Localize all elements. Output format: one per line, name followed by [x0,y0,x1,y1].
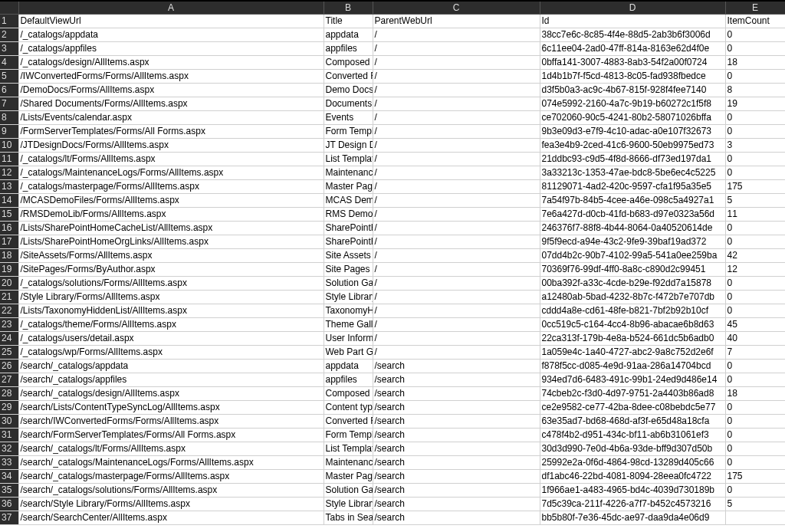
cell[interactable]: 18 [725,386,785,400]
cell[interactable]: appdata [324,359,373,373]
cell[interactable]: 0 [725,221,785,235]
cell[interactable]: /_catalogs/masterpage/Forms/AllItems.asp… [18,179,324,193]
cell[interactable]: 1f966ae1-a483-4965-bd4c-4039d730189b [540,483,725,497]
cell[interactable]: 63e35ad7-bd68-468d-af3f-e65d48a18cfa [540,414,725,428]
cell[interactable]: /search [373,442,540,455]
cell[interactable]: /Style Library/Forms/AllItems.aspx [18,290,324,304]
cell[interactable]: 0 [725,400,785,414]
row-header[interactable]: 34 [0,469,18,483]
cell[interactable]: bb5b80f-7e36-45dc-ae97-daa9da4e06d9 [540,511,725,524]
row-header[interactable]: 22 [0,304,18,317]
cell[interactable]: 3a33213c-1353-47ae-bdc8-5be6ec4c5225 [540,166,725,179]
cell[interactable]: Content type [324,400,373,414]
row-header[interactable]: 7 [0,97,18,110]
cell[interactable]: 8 [725,83,785,97]
cell[interactable]: Style Library [324,290,373,304]
cell[interactable]: /search/_catalogs/appdata [18,359,324,373]
cell[interactable]: DefaultViewUrl [18,14,324,28]
row-header[interactable]: 1 [0,14,18,28]
cell[interactable]: / [373,345,540,359]
cell[interactable]: / [373,41,540,55]
cell[interactable]: /SitePages/Forms/ByAuthor.aspx [18,262,324,276]
cell[interactable]: 74cbeb2c-f3d0-4d97-9751-2a4403b86ad8 [540,386,725,400]
cell[interactable]: /search/_catalogs/masterpage/Forms/AllIt… [18,469,324,483]
row-header[interactable]: 26 [0,359,18,373]
cell[interactable]: 0 [725,28,785,41]
cell[interactable]: Converted Fo [324,69,373,83]
cell[interactable]: 0bffa141-3007-4883-8ab3-54f2a00f0724 [540,55,725,69]
row-header[interactable]: 25 [0,345,18,359]
cell[interactable]: 0 [725,276,785,290]
cell[interactable]: /search/_catalogs/solutions/Forms/AllIte… [18,483,324,497]
cell[interactable]: /search [373,359,540,373]
col-header-B[interactable]: B [324,2,373,14]
cell[interactable]: 5 [725,497,785,511]
cell[interactable]: / [373,221,540,235]
cell[interactable]: /_catalogs/MaintenanceLogs/Forms/AllItem… [18,166,324,179]
col-header-A[interactable]: A [18,2,324,14]
cell[interactable]: TaxonomyHi [324,304,373,317]
cell[interactable]: 0 [725,359,785,373]
cell[interactable]: Converted Fo [324,414,373,428]
cell[interactable]: / [373,290,540,304]
cell[interactable]: / [373,304,540,317]
cell[interactable]: 0 [725,41,785,55]
cell[interactable]: 0 [725,428,785,442]
cell[interactable]: /FormServerTemplates/Forms/All Forms.asp… [18,124,324,138]
cell[interactable]: / [373,166,540,179]
cell[interactable]: 07dd4b2c-90b7-4102-99a5-541a0ee259ba [540,248,725,262]
cell[interactable]: / [373,28,540,41]
cell[interactable]: 11 [725,207,785,221]
row-header[interactable]: 5 [0,69,18,83]
cell[interactable]: /IWConvertedForms/Forms/AllItems.aspx [18,69,324,83]
cell[interactable]: 7e6a427d-d0cb-41fd-b683-d97e0323a56d [540,207,725,221]
row-header[interactable]: 16 [0,221,18,235]
cell[interactable]: /_catalogs/wp/Forms/AllItems.aspx [18,345,324,359]
row-header[interactable]: 37 [0,511,18,524]
cell[interactable]: Composed Lo [324,386,373,400]
cell[interactable]: ItemCount [725,14,785,28]
row-header[interactable]: 18 [0,248,18,262]
cell[interactable]: /search [373,455,540,469]
cell[interactable]: Maintenance [324,455,373,469]
cell[interactable]: appfiles [324,41,373,55]
cell[interactable]: List Template [324,152,373,166]
cell[interactable]: 246376f7-88f8-4b44-8064-0a40520614de [540,221,725,235]
cell[interactable]: / [373,276,540,290]
row-header[interactable]: 6 [0,83,18,97]
cell[interactable]: 0 [725,124,785,138]
cell[interactable]: 0 [725,110,785,124]
cell[interactable]: /search/Style Library/Forms/AllItems.asp… [18,497,324,511]
cell[interactable]: /search/IWConvertedForms/Forms/AllItems.… [18,414,324,428]
cell[interactable]: / [373,179,540,193]
cell[interactable]: df1abc46-22bd-4081-8094-28eea0fc4722 [540,469,725,483]
cell[interactable]: Solution Gall [324,276,373,290]
cell[interactable]: / [373,235,540,248]
cell[interactable]: / [373,110,540,124]
row-header[interactable]: 24 [0,331,18,345]
cell[interactable]: /_catalogs/solutions/Forms/AllItems.aspx [18,276,324,290]
cell[interactable]: /DemoDocs/Forms/AllItems.aspx [18,83,324,97]
row-header[interactable]: 2 [0,28,18,41]
cell[interactable]: 45 [725,317,785,331]
cell[interactable]: /search [373,483,540,497]
cell[interactable]: 0 [725,290,785,304]
cell[interactable]: 0 [725,304,785,317]
cell[interactable]: /Lists/Events/calendar.aspx [18,110,324,124]
cell[interactable]: Form Templa [324,428,373,442]
cell[interactable]: /SiteAssets/Forms/AllItems.aspx [18,248,324,262]
cell[interactable]: 7d5c39ca-211f-4226-a7f7-b452c4573216 [540,497,725,511]
cell[interactable]: 1a059e4c-1a40-4727-abc2-9a8c752d2e6f [540,345,725,359]
cell[interactable]: Title [324,14,373,28]
row-header[interactable]: 17 [0,235,18,248]
cell[interactable]: Id [540,14,725,28]
cell[interactable]: a12480ab-5bad-4232-8b7c-f472b7e707db [540,290,725,304]
row-header[interactable]: 11 [0,152,18,166]
cell[interactable]: /_catalogs/users/detail.aspx [18,331,324,345]
cell[interactable]: /search/_catalogs/MaintenanceLogs/Forms/… [18,455,324,469]
col-header-D[interactable]: D [540,2,725,14]
cell[interactable]: Demo Docs [324,83,373,97]
cell[interactable]: / [373,207,540,221]
row-header[interactable]: 4 [0,55,18,69]
cell[interactable]: appfiles [324,373,373,386]
